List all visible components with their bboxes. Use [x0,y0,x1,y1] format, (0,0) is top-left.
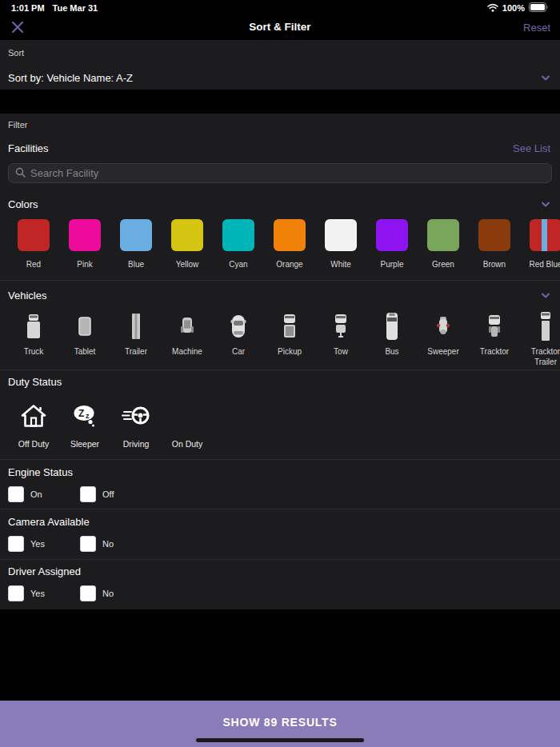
color-option-purple[interactable]: Purple [376,219,408,270]
checkbox-option-on[interactable]: On [8,486,42,502]
home-indicator[interactable] [196,738,364,742]
trailer-icon [120,310,152,342]
bus-icon [376,310,408,342]
color-option-red-blue[interactable]: Red Blue [530,219,560,270]
chevron-down-icon [541,288,550,302]
checkbox-option-yes[interactable]: Yes [8,536,45,552]
colors-grid: RedPinkBlueYellowCyanOrangeWhitePurpleGr… [18,219,560,270]
duty-option-on-duty[interactable]: On Duty [171,400,203,449]
vehicles-header[interactable]: Vehicles [8,288,550,302]
pickup-icon [274,310,306,342]
color-label: Red Blue [520,260,560,270]
checkbox[interactable] [80,585,96,601]
vehicles-label: Vehicles [8,290,46,302]
divider [0,370,560,370]
engine-status-label: Engine Status [8,466,73,478]
search-icon [15,166,26,181]
car-icon [222,310,254,342]
checkbox[interactable] [8,585,24,601]
vehicle-label: Car [213,347,264,358]
vehicle-option-car[interactable]: Car [222,310,254,367]
checkbox-option-no[interactable]: No [80,585,114,601]
sort-by-selector[interactable]: Sort by: Vehicle Name: A-Z [8,70,550,85]
color-option-green[interactable]: Green [427,219,459,270]
checkbox[interactable] [8,536,24,552]
color-swatch [325,219,357,251]
checkbox-option-off[interactable]: Off [80,486,114,502]
checkbox-label: No [102,585,114,601]
vehicle-label: Tow [315,347,366,358]
checkbox[interactable] [8,486,24,502]
vehicle-option-sweeper[interactable]: Sweeper [427,310,459,367]
vehicle-option-tow[interactable]: Tow [325,310,357,367]
color-label: White [315,260,366,270]
duty-label: Sleeper [59,439,110,449]
color-label: Cyan [213,260,264,270]
vehicles-grid: TruckTabletTrailerMachineCarPickupTowBus… [18,310,560,367]
colors-label: Colors [8,198,38,210]
machine-icon [171,310,203,342]
wifi-icon [487,3,498,14]
tracktor-trailer-icon [530,310,560,342]
sort-by-value: Sort by: Vehicle Name: A-Z [8,72,133,84]
duty-status-grid: Off DutyZzSleeperDrivingOn Duty [18,400,560,449]
search-facility-input[interactable]: Search Facility [8,163,552,183]
vehicle-label: Pickup [264,347,315,358]
vehicle-label: Trailer [110,347,162,358]
checkbox-label: Yes [30,585,45,601]
duty-status-label: Duty Status [8,376,62,388]
color-option-cyan[interactable]: Cyan [222,219,254,270]
color-label: Green [418,260,469,270]
checkbox-label: Yes [30,536,45,552]
color-option-orange[interactable]: Orange [274,219,306,270]
color-label: Pink [59,260,110,270]
vehicle-label: Sweeper [418,347,469,358]
svg-text:Z: Z [78,408,84,419]
vehicle-option-trailer[interactable]: Trailer [120,310,152,367]
vehicle-option-truck[interactable]: Truck [18,310,50,367]
truck-icon [18,310,50,342]
driver-assigned-options: YesNo [0,585,560,603]
battery-percent: 100% [502,3,525,13]
checkbox-label: Off [102,486,114,502]
vehicle-option-bus[interactable]: Bus [376,310,408,367]
checkbox-option-no[interactable]: No [80,536,114,552]
vehicle-label: Tablet [59,347,110,358]
duty-option-driving[interactable]: Driving [120,400,152,449]
color-option-pink[interactable]: Pink [69,219,101,270]
sort-section: Sort Sort by: Vehicle Name: A-Z [0,40,560,90]
color-option-white[interactable]: White [325,219,357,270]
vehicle-option-tracktor[interactable]: Tracktor [478,310,510,367]
divider [0,280,560,281]
reset-button[interactable]: Reset [523,22,550,34]
color-label: Orange [264,260,315,270]
status-bar: 1:01 PM Tue Mar 31 100% [0,0,560,16]
color-option-red[interactable]: Red [18,219,50,270]
color-swatch [171,219,203,251]
no-icon [171,400,203,432]
color-swatch [274,219,306,251]
show-results-button[interactable]: SHOW 89 RESULTS [0,701,560,747]
checkbox-option-yes[interactable]: Yes [8,585,45,601]
filter-section-label: Filter [8,120,27,130]
duty-label: Driving [110,439,162,449]
color-option-yellow[interactable]: Yellow [171,219,203,270]
color-option-blue[interactable]: Blue [120,219,152,270]
checkbox[interactable] [80,486,96,502]
vehicle-option-machine[interactable]: Machine [171,310,203,367]
color-swatch [120,219,152,251]
vehicle-option-tablet[interactable]: Tablet [69,310,101,367]
color-option-brown[interactable]: Brown [478,219,510,270]
colors-header[interactable]: Colors [8,197,550,211]
vehicle-option-tracktor-trailer[interactable]: Tracktor Trailer [530,310,560,367]
duty-option-sleeper[interactable]: ZzSleeper [69,400,101,449]
camera-available-options: YesNo [0,536,560,553]
vehicle-option-pickup[interactable]: Pickup [274,310,306,367]
vehicle-label: Tracktor [469,347,520,358]
see-list-link[interactable]: See List [513,142,550,154]
duty-option-off-duty[interactable]: Off Duty [18,400,50,449]
chevron-down-icon [541,70,550,85]
tracktor-icon [478,310,510,342]
clock: 1:01 PM [11,3,45,13]
checkbox[interactable] [80,536,96,552]
